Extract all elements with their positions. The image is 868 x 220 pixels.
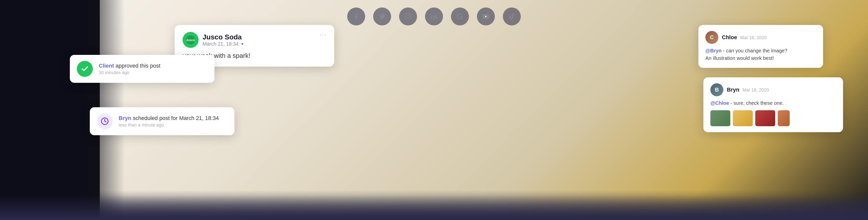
approval-notification-card: Client approved this post 30 minutes ago — [70, 55, 215, 83]
chloe-comment-header: C Chloe Mar 18, 2020 — [705, 31, 816, 44]
comment-card-bryn: B Bryn Mar 18, 2020 @Chloe - sure, check… — [703, 77, 843, 132]
post-card-info: Jusco Soda March 21, 18:34 ▾ — [203, 33, 243, 47]
brand-name: Jusco Soda — [203, 33, 243, 41]
svg-point-2 — [409, 14, 410, 15]
approval-main-text: Client approved this post — [99, 63, 160, 69]
chloe-date: Mar 18, 2020 — [740, 35, 767, 40]
facebook-icon[interactable] — [347, 7, 365, 26]
post-card-header: Jusco Jusco Soda March 21, 18:34 ▾ — [183, 32, 326, 48]
twitter-icon[interactable] — [373, 7, 391, 26]
svg-point-1 — [407, 15, 409, 18]
schedule-clock-icon — [97, 113, 113, 129]
approval-highlight: Client — [99, 63, 114, 69]
youtube-icon[interactable] — [477, 7, 495, 26]
thumbnail-4[interactable] — [778, 110, 790, 126]
chloe-mention: @Bryn — [705, 48, 721, 53]
chloe-comment-text: @Bryn - can you change the image?An illu… — [705, 47, 816, 62]
thumbnail-1[interactable] — [710, 110, 730, 126]
bryn-comment-meta: Bryn Mar 18, 2020 — [727, 87, 769, 93]
tiktok-icon[interactable] — [503, 7, 521, 26]
brand-avatar: Jusco — [183, 32, 198, 48]
schedule-text-block: Bryn scheduled post for March 21, 18:34 … — [119, 115, 219, 128]
bottom-gradient — [0, 195, 868, 220]
chloe-avatar: C — [705, 31, 718, 44]
bryn-comment-text: @Chloe - sure, check these one. — [710, 99, 836, 107]
svg-point-3 — [431, 13, 432, 15]
bryn-comment-header: B Bryn Mar 18, 2020 — [710, 83, 836, 96]
approval-sub-text: 30 minutes ago — [99, 70, 160, 75]
thumbnail-2[interactable] — [733, 110, 753, 126]
bryn-thumbnails — [710, 110, 836, 126]
post-card-meta: March 21, 18:34 ▾ — [203, 41, 243, 47]
google-icon[interactable] — [451, 7, 469, 26]
schedule-highlight: Bryn — [119, 115, 131, 121]
chloe-name: Chloe — [722, 34, 737, 40]
bryn-body-text: - sure, check these one. — [731, 100, 784, 106]
schedule-sub-text: less than a minute ago — [119, 123, 219, 128]
svg-text:Jusco: Jusco — [186, 38, 195, 42]
schedule-main-text: Bryn scheduled post for March 21, 18:34 — [119, 115, 219, 122]
chevron-down-icon[interactable]: ▾ — [241, 41, 243, 46]
bryn-name: Bryn — [727, 87, 739, 93]
comment-card-chloe: C Chloe Mar 18, 2020 @Bryn - can you cha… — [699, 25, 823, 68]
more-options-dots[interactable]: ··· — [319, 31, 327, 39]
schedule-notification-card: Bryn scheduled post for March 21, 18:34 … — [90, 107, 235, 135]
bryn-date: Mar 18, 2020 — [743, 88, 769, 93]
social-icons-bar — [347, 7, 521, 26]
bryn-avatar: B — [710, 83, 723, 96]
approval-body-text: approved this post — [116, 63, 160, 69]
chloe-comment-meta: Chloe Mar 18, 2020 — [722, 34, 767, 41]
svg-rect-0 — [405, 13, 411, 19]
schedule-body-text: scheduled post for March 21, 18:34 — [133, 115, 219, 121]
bryn-mention: @Chloe — [710, 100, 729, 106]
approval-text-block: Client approved this post 30 minutes ago — [99, 63, 160, 75]
post-date: March 21, 18:34 — [203, 41, 239, 47]
approval-checkmark-icon — [77, 61, 93, 77]
instagram-icon[interactable] — [399, 7, 417, 26]
linkedin-icon[interactable] — [425, 7, 443, 26]
thumbnail-3[interactable] — [755, 110, 775, 126]
